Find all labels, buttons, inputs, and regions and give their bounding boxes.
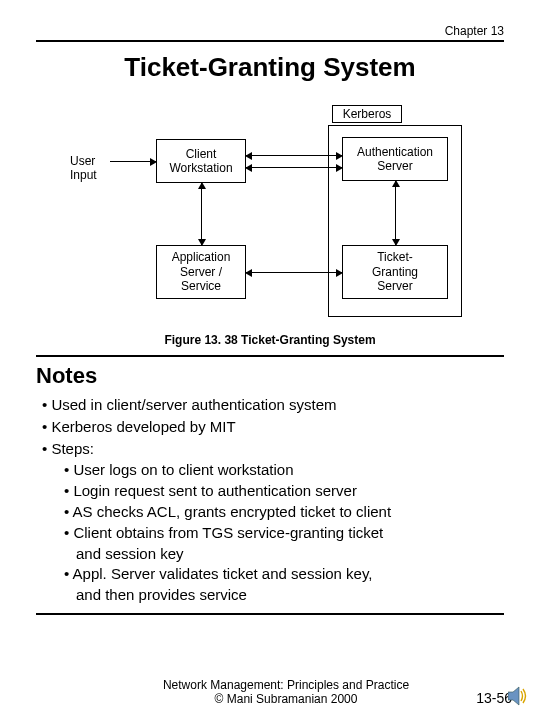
page-number: 13-56 — [452, 690, 512, 706]
divider-top — [36, 355, 504, 357]
conn-client-app — [201, 183, 202, 245]
notes-bullets: Used in client/server authentication sys… — [42, 395, 504, 605]
footer: Network Management: Principles and Pract… — [0, 678, 540, 706]
sub-bullet: Login request sent to authentication ser… — [64, 481, 504, 501]
auth-server-box: AuthenticationServer — [342, 137, 448, 181]
notes-heading: Notes — [36, 363, 504, 389]
tgs-box: Ticket-GrantingServer — [342, 245, 448, 299]
chapter-label: Chapter 13 — [36, 24, 504, 42]
conn-as-tgs — [395, 181, 396, 245]
footer-line1: Network Management: Principles and Pract… — [120, 678, 452, 692]
divider-bottom — [36, 613, 504, 615]
diagram: UserInput ClientWorkstation Kerberos Aut… — [36, 97, 504, 327]
kerberos-label-box: Kerberos — [332, 105, 402, 123]
conn-user-client — [110, 161, 156, 162]
figure-caption: Figure 13. 38 Ticket-Granting System — [36, 333, 504, 347]
sub-bullet-cont: and then provides service — [76, 585, 504, 605]
footer-line2: © Mani Subramanian 2000 — [120, 692, 452, 706]
bullet: Used in client/server authentication sys… — [42, 395, 504, 415]
slide-page: Chapter 13 Ticket-Granting System UserIn… — [0, 0, 540, 720]
speaker-icon — [508, 686, 530, 710]
conn-client-as — [246, 155, 342, 156]
sub-bullet: User logs on to client workstation — [64, 460, 504, 480]
sub-bullet-cont: and session key — [76, 544, 504, 564]
footer-credits: Network Management: Principles and Pract… — [120, 678, 452, 706]
user-input-label: UserInput — [70, 155, 97, 183]
sub-bullet: Client obtains from TGS service-granting… — [64, 523, 504, 543]
conn-client-as-2 — [246, 167, 342, 168]
page-title: Ticket-Granting System — [36, 52, 504, 83]
bullet: Steps: — [42, 439, 504, 459]
client-workstation-box: ClientWorkstation — [156, 139, 246, 183]
conn-app-tgs — [246, 272, 342, 273]
sub-bullet: Appl. Server validates ticket and sessio… — [64, 564, 504, 584]
app-server-box: ApplicationServer /Service — [156, 245, 246, 299]
bullet: Kerberos developed by MIT — [42, 417, 504, 437]
svg-marker-0 — [508, 687, 519, 705]
sub-bullet: AS checks ACL, grants encrypted ticket t… — [64, 502, 504, 522]
diagram-canvas: UserInput ClientWorkstation Kerberos Aut… — [70, 97, 470, 327]
